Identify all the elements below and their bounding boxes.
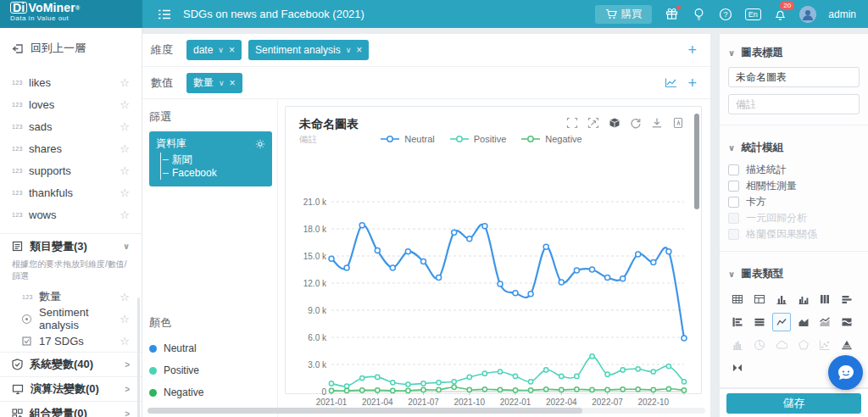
chart-type-filled-area-icon[interactable] xyxy=(837,313,856,331)
legend-label: Neutral xyxy=(404,134,434,144)
chart-type-stacked-column-icon[interactable] xyxy=(815,290,834,309)
tag-remove-icon[interactable]: × xyxy=(230,77,236,89)
app-logo[interactable]: DiVoMiner® Data in Value out xyxy=(0,0,142,28)
tag-caret-icon[interactable]: ∨ xyxy=(218,46,224,54)
tag-remove-icon[interactable]: × xyxy=(356,44,362,56)
chart-legend-item-positive[interactable]: Positive xyxy=(448,134,507,144)
collapse-menu-icon[interactable] xyxy=(158,8,171,20)
chart-type-line-icon[interactable] xyxy=(772,313,791,331)
sidebar-item-supports[interactable]: 123 supports ☆ xyxy=(0,159,142,181)
support-chat-button[interactable] xyxy=(828,355,863,390)
chart-title-input[interactable] xyxy=(728,67,860,87)
stats-module-section-header[interactable]: ∨ 統計模組 xyxy=(728,137,860,162)
chart-vertical-scrollbar[interactable] xyxy=(694,114,699,209)
favorite-star-icon[interactable]: ☆ xyxy=(120,186,130,199)
sidebar-item-sads[interactable]: 123 sads ☆ xyxy=(0,115,142,137)
chart-type-line-area-icon[interactable] xyxy=(815,313,834,331)
stats-option-相關性測量[interactable]: 相關性測量 xyxy=(728,178,860,194)
chart-type-column-icon[interactable] xyxy=(772,290,791,309)
chart-title-section-header[interactable]: ∨ 圖表標題 xyxy=(728,42,860,67)
help-icon[interactable]: ? xyxy=(718,7,733,22)
chart-note-input[interactable] xyxy=(728,94,860,114)
database-root-node[interactable]: 資料庫 xyxy=(156,136,186,151)
favorite-star-icon[interactable]: ☆ xyxy=(120,291,130,303)
chart-type-stacked-bar-icon[interactable] xyxy=(750,313,769,331)
chart-type-area-icon[interactable] xyxy=(794,313,813,331)
add-dimension-button[interactable]: + xyxy=(687,42,697,58)
chart-type-bar-icon[interactable] xyxy=(837,290,856,309)
checkbox-icon[interactable] xyxy=(728,181,739,192)
chart-type-layout-icon[interactable] xyxy=(750,290,769,309)
sidebar-item-thankfuls[interactable]: 123 thankfuls ☆ xyxy=(0,181,142,203)
sidebar-item-shares[interactable]: 123 shares ☆ xyxy=(0,137,142,159)
notifications-bell-icon[interactable]: 20 xyxy=(772,7,787,22)
database-child-news[interactable]: 新聞 xyxy=(161,153,265,166)
sidebar-section-algorithm-variables[interactable]: 演算法變數(0) > xyxy=(0,376,142,401)
line-chart[interactable]: 21.0 k18.0 k15.0 k12.0 k9.0 k6.0 k3.0 k0… xyxy=(292,188,701,414)
refresh-icon[interactable] xyxy=(630,117,642,129)
stats-option-描述統計[interactable]: 描述統計 xyxy=(728,162,860,178)
horizontal-scrollbar-thumb[interactable] xyxy=(147,408,582,414)
favorite-star-icon[interactable]: ☆ xyxy=(120,120,130,133)
sidebar-item-數量[interactable]: 123 數量 ☆ xyxy=(0,286,142,308)
tag-remove-icon[interactable]: × xyxy=(229,44,235,56)
add-value-button[interactable]: + xyxy=(687,75,697,91)
favorite-star-icon[interactable]: ☆ xyxy=(120,335,130,348)
value-chart-mode-icon[interactable] xyxy=(665,77,677,88)
checkbox-icon[interactable] xyxy=(728,197,739,208)
numeric-123-icon: 123 xyxy=(12,80,29,86)
sidebar-item-17-sdgs[interactable]: 17 SDGs ☆ xyxy=(0,330,142,352)
sidebar-item-loves[interactable]: 123 loves ☆ xyxy=(0,93,142,115)
favorite-star-icon[interactable]: ☆ xyxy=(120,142,130,155)
chart-type-section-header[interactable]: ∨ 圖表類型 xyxy=(728,264,860,288)
tag-caret-icon[interactable]: ∨ xyxy=(346,46,352,54)
export-report-icon[interactable] xyxy=(672,117,684,129)
sidebar-section-combined-variables[interactable]: 組合變量(0) > xyxy=(0,401,142,417)
user-avatar[interactable] xyxy=(799,6,816,23)
save-button[interactable]: 儲存 xyxy=(726,393,861,414)
chart-legend-item-negative[interactable]: Negative xyxy=(520,134,581,144)
username-label: admin xyxy=(828,8,856,20)
chart-type-horizontal-bar-icon[interactable] xyxy=(728,313,747,331)
download-icon[interactable] xyxy=(651,117,663,129)
favorite-star-icon[interactable]: ☆ xyxy=(120,76,130,89)
buy-button[interactable]: 購買 xyxy=(595,5,652,24)
language-icon[interactable]: En xyxy=(745,7,760,22)
value-tag-count[interactable]: 數量 ∨ × xyxy=(186,73,242,93)
back-to-upper-level[interactable]: 回到上一層 xyxy=(0,28,142,63)
favorite-star-icon[interactable]: ☆ xyxy=(120,164,130,177)
sidebar-section-system-variables[interactable]: 系統變數(40) > xyxy=(0,352,142,376)
logo-text: VoMiner xyxy=(28,1,75,14)
favorite-star-icon[interactable]: ☆ xyxy=(120,208,130,221)
chart-type-pyramid-icon[interactable] xyxy=(837,336,856,354)
filter-gear-icon[interactable] xyxy=(255,139,265,149)
database-child-facebook[interactable]: Facebook xyxy=(161,166,265,180)
data-view-cube-icon[interactable] xyxy=(609,117,620,129)
numeric-123-icon: 123 xyxy=(12,102,29,108)
sidebar-item-wows[interactable]: 123 wows ☆ xyxy=(0,203,142,225)
chart-type-grouped-column-icon[interactable] xyxy=(794,290,813,309)
lightbulb-icon[interactable] xyxy=(691,7,706,22)
svg-text:12.0 k: 12.0 k xyxy=(303,279,327,288)
zoom-select-icon[interactable] xyxy=(566,117,578,129)
stats-option-卡方[interactable]: 卡方 xyxy=(728,194,860,210)
gift-icon[interactable] xyxy=(664,7,679,22)
favorite-star-icon[interactable]: ☆ xyxy=(120,98,130,111)
sidebar-scrollbar[interactable] xyxy=(137,297,140,417)
sidebar-item-likes[interactable]: 123 likes ☆ xyxy=(0,71,142,93)
chart-type-funnel-icon[interactable] xyxy=(728,359,747,377)
zoom-reset-icon[interactable] xyxy=(587,117,599,129)
dimension-tag-date[interactable]: date ∨ × xyxy=(186,40,242,60)
sidebar-item-sentiment-analysis[interactable]: Sentiment analysis ☆ xyxy=(0,308,142,330)
chart-type-table-icon[interactable] xyxy=(728,290,747,309)
numeric-123-icon: 123 xyxy=(12,124,29,130)
dimension-tag-sentiment[interactable]: Sentiment analysis ∨ × xyxy=(248,40,369,60)
checkbox-icon[interactable] xyxy=(728,164,739,175)
category-variables-section[interactable]: 類目變量(3) ∨ xyxy=(0,234,142,259)
favorite-star-icon[interactable]: ☆ xyxy=(120,313,130,325)
back-icon xyxy=(12,43,24,54)
database-filter-box[interactable]: 資料庫 新聞 Facebook xyxy=(149,131,272,186)
tag-caret-icon[interactable]: ∨ xyxy=(219,79,225,87)
chart-legend-item-neutral[interactable]: Neutral xyxy=(379,134,434,144)
item-label: 17 SDGs xyxy=(39,335,84,348)
